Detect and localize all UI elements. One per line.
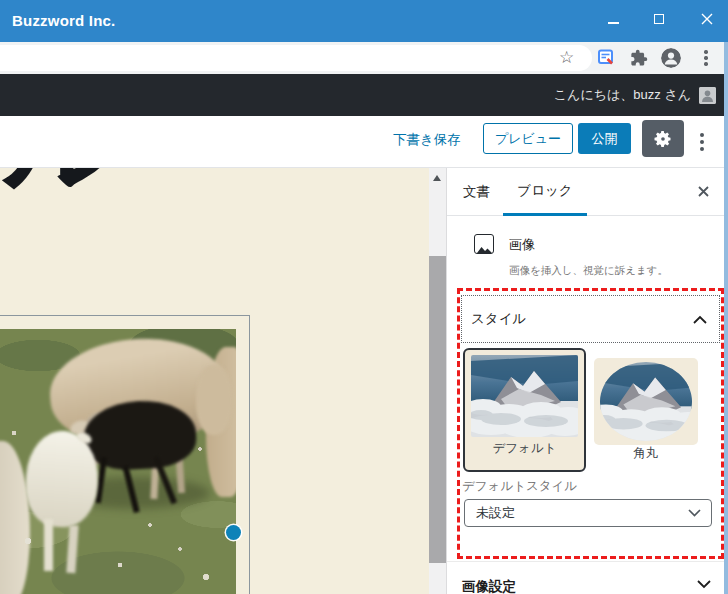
sheep-photo[interactable] (0, 329, 236, 594)
styles-panel-title: スタイル (471, 310, 526, 328)
browser-profile-icon[interactable] (661, 48, 681, 68)
mountain-photo-thumbnail (600, 362, 692, 441)
publish-button[interactable]: 公開 (578, 123, 631, 154)
window-close-button[interactable] (690, 4, 724, 34)
style-option-rounded[interactable] (594, 358, 698, 445)
style-option-label: デフォルト (465, 440, 584, 457)
stones-texture (0, 329, 236, 594)
admin-greeting[interactable]: こんにちは、buzz さん (554, 86, 691, 104)
tab-block[interactable]: ブロック (503, 168, 587, 216)
mountain-glyph (477, 243, 492, 253)
extensions-puzzle-icon[interactable] (630, 49, 648, 67)
editor-canvas[interactable]: ル (0, 168, 429, 594)
form-extension-icon[interactable] (597, 48, 617, 68)
sidebar-tabs: 文書 ブロック (447, 168, 725, 216)
mountain-photo-thumbnail (471, 355, 578, 437)
default-style-selected-value: 未設定 (476, 504, 515, 522)
default-style-label: デフォルトスタイル (462, 478, 577, 495)
style-preview-rect-image (471, 355, 578, 437)
wp-admin-bar: こんにちは、buzz さん (0, 74, 728, 116)
settings-gear-button[interactable] (642, 120, 684, 157)
close-icon (701, 13, 713, 25)
editor-toolbar: 下書き保存 プレビュー 公開 (0, 116, 728, 168)
image-settings-title: 画像設定 (462, 578, 516, 594)
maximize-icon (654, 14, 664, 24)
minimize-icon (608, 22, 619, 24)
bookmark-star-icon[interactable]: ☆ (559, 46, 574, 70)
style-option-default[interactable]: デフォルト (463, 348, 586, 472)
post-title-fragment[interactable]: ル (2, 168, 129, 198)
address-bar[interactable] (0, 45, 592, 71)
image-resize-handle[interactable] (226, 525, 241, 540)
image-settings-panel-header[interactable]: 画像設定 (447, 561, 725, 594)
block-card-description: 画像を挿入し、視覚に訴えます。 (509, 264, 668, 278)
chevron-up-icon (693, 315, 707, 324)
gear-icon (653, 129, 673, 149)
window-minimize-button[interactable] (596, 4, 630, 34)
window-title: Buzzword Inc. (12, 12, 115, 29)
scrollbar-thumb[interactable] (429, 256, 446, 563)
settings-sidebar: 文書 ブロック 画像 画像を挿入し、視覚に訴えます。 スタイル (446, 168, 724, 594)
style-preview-circle-image (600, 362, 692, 441)
browser-menu-icon[interactable] (703, 49, 709, 67)
chevron-down-icon (688, 509, 701, 517)
window-right-border (724, 42, 728, 594)
sidebar-close-button[interactable] (696, 184, 712, 200)
editor-more-menu-icon[interactable] (695, 127, 709, 157)
window-titlebar: Buzzword Inc. (0, 0, 728, 42)
tab-document[interactable]: 文書 (463, 168, 490, 216)
scrollbar-up-arrow-icon[interactable] (433, 175, 441, 181)
styles-panel-header[interactable]: スタイル (462, 296, 719, 342)
save-draft-button[interactable]: 下書き保存 (393, 131, 461, 149)
close-icon (696, 184, 711, 199)
image-block-icon (474, 234, 494, 254)
chevron-down-icon (697, 580, 711, 589)
block-card-title: 画像 (509, 236, 535, 254)
browser-toolbar: ☆ (0, 42, 728, 74)
preview-button[interactable]: プレビュー (483, 123, 573, 154)
wordpress-editor-window: Buzzword Inc. ☆ (0, 0, 728, 594)
person-icon (699, 87, 716, 104)
style-option-label: 角丸 (594, 445, 698, 462)
user-avatar[interactable] (699, 87, 716, 104)
default-style-select[interactable]: 未設定 (464, 499, 712, 527)
canvas-scrollbar[interactable] (429, 168, 446, 594)
window-maximize-button[interactable] (642, 4, 676, 34)
